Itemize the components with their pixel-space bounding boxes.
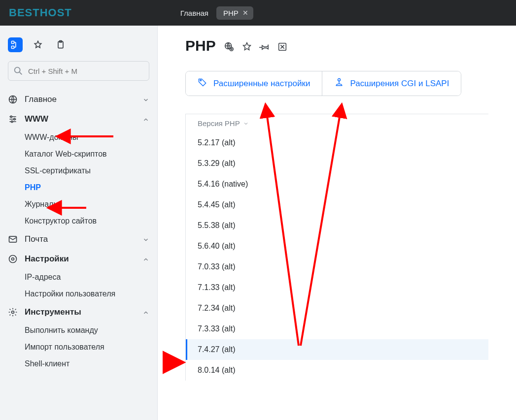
link-globe-icon[interactable] xyxy=(224,41,235,54)
cgi-lsapi-label: Расширения CGI и LSAPI xyxy=(350,79,449,89)
action-button-group: Расширенные настройки Расширения CGI и L… xyxy=(185,71,461,96)
toggle-icon xyxy=(8,254,18,264)
sidebar-search xyxy=(8,61,149,81)
sidebar-item-shell[interactable]: Shell-клиент xyxy=(0,355,157,372)
sidebar-item-builder[interactable]: Конструктор сайтов xyxy=(0,213,157,229)
pin-icon[interactable] xyxy=(259,41,270,54)
table-row[interactable]: 5.5.38 (alt) xyxy=(186,215,488,236)
nav-group-www: WWW WWW-домены Каталог Web-скриптов SSL-… xyxy=(0,109,157,229)
nav-head-tools[interactable]: Инструменты xyxy=(0,302,157,322)
chevron-up-icon xyxy=(142,116,149,123)
table-row[interactable]: 5.6.40 (alt) xyxy=(186,236,488,257)
chevron-down-icon xyxy=(142,96,149,103)
nav-head-main-label: Главное xyxy=(25,95,57,104)
svg-point-6 xyxy=(10,116,12,117)
nav-head-mail-label: Почта xyxy=(25,234,48,244)
search-input[interactable] xyxy=(8,61,149,81)
nav-group-mail: Почта xyxy=(0,229,157,249)
mail-icon xyxy=(8,234,18,244)
svg-rect-0 xyxy=(12,41,14,44)
main-content: PHP Расширенные xyxy=(158,26,516,420)
sidebar-item-import[interactable]: Импорт пользователя xyxy=(0,339,157,355)
table-row[interactable]: 8.0.14 (alt) xyxy=(186,360,488,381)
svg-rect-1 xyxy=(12,46,14,49)
star-icon[interactable] xyxy=(241,41,252,54)
table-row[interactable]: 7.4.27 (alt) xyxy=(186,339,488,360)
nav-head-settings[interactable]: Настройки xyxy=(0,249,157,269)
table-row[interactable]: 7.0.33 (alt) xyxy=(186,257,488,277)
table-row[interactable]: 5.4.16 (native) xyxy=(186,174,488,194)
table-row[interactable]: 5.2.17 (alt) xyxy=(186,132,488,153)
sidebar-item-php[interactable]: PHP xyxy=(0,179,157,196)
sidebar-top-controls xyxy=(0,37,157,61)
search-icon xyxy=(13,65,24,76)
favorite-button[interactable] xyxy=(31,37,45,52)
table-row[interactable]: 7.2.34 (alt) xyxy=(186,298,488,319)
sidebar-item-logs[interactable]: Журналы xyxy=(0,196,157,213)
svg-point-7 xyxy=(14,118,15,120)
svg-point-12 xyxy=(12,311,14,314)
tab-php-label: PHP xyxy=(223,9,239,17)
page-header: PHP xyxy=(185,37,516,54)
nav-head-mail[interactable]: Почта xyxy=(0,229,157,249)
php-versions-table: Версия PHP 5.2.17 (alt)5.3.29 (alt)5.4.1… xyxy=(185,114,488,381)
nav-head-main[interactable]: Главное xyxy=(0,90,157,109)
table-row[interactable]: 7.3.33 (alt) xyxy=(186,319,488,339)
svg-point-10 xyxy=(9,256,17,263)
nav-head-www[interactable]: WWW xyxy=(0,109,157,129)
sliders-icon xyxy=(8,114,18,124)
brand-logo: BESTHOST xyxy=(9,6,72,19)
chevron-up-icon xyxy=(142,309,149,316)
cgi-lsapi-button[interactable]: Расширения CGI и LSAPI xyxy=(322,71,461,96)
nav-group-tools: Инструменты Выполнить команду Импорт пол… xyxy=(0,302,157,372)
tree-view-button[interactable] xyxy=(8,37,23,52)
svg-point-17 xyxy=(338,79,341,81)
nav-group-main: Главное xyxy=(0,90,157,109)
tab-php[interactable]: PHP ✕ xyxy=(216,6,253,20)
tab-home[interactable]: Главная xyxy=(180,9,208,17)
advanced-settings-button[interactable]: Расширенные настройки xyxy=(186,71,322,96)
gear-icon xyxy=(8,307,18,317)
svg-point-4 xyxy=(15,67,20,73)
page-title: PHP xyxy=(185,37,216,54)
sidebar-item-cmd[interactable]: Выполнить команду xyxy=(0,322,157,339)
sidebar-item-domains[interactable]: WWW-домены xyxy=(0,129,157,146)
svg-point-16 xyxy=(200,80,202,81)
sidebar: Главное WWW WWW-домены Ката xyxy=(0,26,158,420)
chevron-down-icon xyxy=(243,121,249,127)
chevron-down-icon xyxy=(142,236,149,243)
sidebar-item-ip[interactable]: IP-адреса xyxy=(0,269,157,286)
svg-point-8 xyxy=(11,121,13,122)
tag-icon xyxy=(198,77,207,90)
table-column-header-label: Версия PHP xyxy=(198,119,240,128)
table-row[interactable]: 5.3.29 (alt) xyxy=(186,153,488,174)
remove-icon[interactable] xyxy=(277,41,288,54)
sidebar-item-ssl[interactable]: SSL-сертификаты xyxy=(0,162,157,179)
topbar: BESTHOST Главная PHP ✕ xyxy=(0,0,516,26)
close-icon[interactable]: ✕ xyxy=(242,9,248,16)
nav-head-settings-label: Настройки xyxy=(25,254,69,264)
nav-head-tools-label: Инструменты xyxy=(25,307,81,317)
joystick-icon xyxy=(334,77,344,90)
svg-point-14 xyxy=(230,47,233,51)
sidebar-item-catalog[interactable]: Каталог Web-скриптов xyxy=(0,146,157,162)
sidebar-item-user[interactable]: Настройки пользователя xyxy=(0,286,157,302)
svg-point-11 xyxy=(12,258,14,260)
top-tabs: Главная PHP ✕ xyxy=(180,6,253,20)
clipboard-button[interactable] xyxy=(53,37,68,52)
table-row[interactable]: 7.1.33 (alt) xyxy=(186,277,488,298)
table-column-header[interactable]: Версия PHP xyxy=(186,114,488,132)
page-header-icons xyxy=(224,41,288,54)
chevron-up-icon xyxy=(142,256,149,262)
nav-head-www-label: WWW xyxy=(25,114,48,124)
table-row[interactable]: 5.4.45 (alt) xyxy=(186,194,488,215)
nav-group-settings: Настройки IP-адреса Настройки пользовате… xyxy=(0,249,157,302)
advanced-settings-label: Расширенные настройки xyxy=(213,79,310,89)
globe-icon xyxy=(8,95,18,104)
